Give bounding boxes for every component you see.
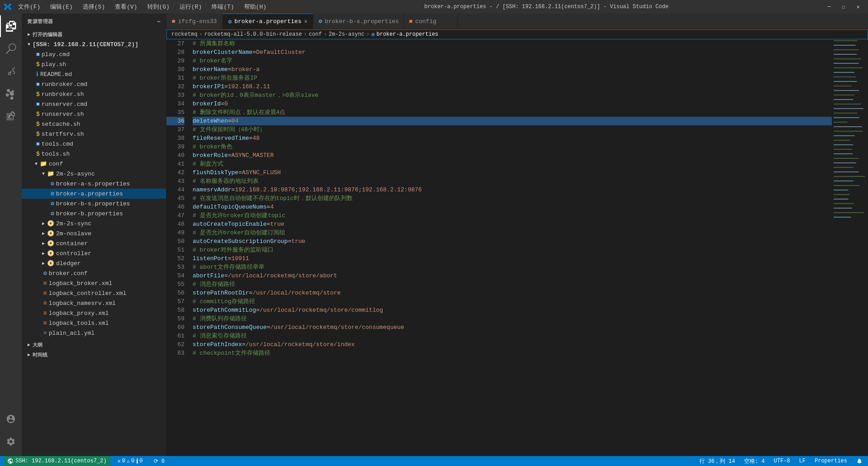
sidebar: 资源管理器 ⋯ ▶ 打开的编辑器 ▼ [SSH: 192.168.2.11(CE…	[22, 14, 166, 456]
sidebar-more-icon[interactable]: ⋯	[157, 19, 160, 24]
breadcrumb-file[interactable]: broker-a.properties	[377, 31, 439, 38]
md-icon: ℹ	[36, 71, 38, 78]
git-activity-icon[interactable]	[0, 61, 22, 82]
menu-edit[interactable]: 编辑(E)	[47, 0, 76, 14]
file-play-cmd[interactable]: ■ play.cmd	[22, 49, 166, 59]
file-tools-cmd[interactable]: ■ tools.cmd	[22, 139, 166, 149]
folder-2m-2s-async[interactable]: ▼ 📁 2m-2s-async	[22, 169, 166, 179]
titlebar: 文件(F) 编辑(E) 选择(S) 查看(V) 转到(G) 运行(R) 终端(T…	[0, 0, 868, 14]
open-editors-section[interactable]: ▶ 打开的编辑器	[22, 29, 166, 39]
menu-goto[interactable]: 转到(G)	[144, 0, 173, 14]
code-line-54: abortFile=/usr/local/rocketmq/store/abor…	[193, 271, 832, 280]
file-logback-controller[interactable]: ≋ logback_controller.xml	[22, 288, 166, 298]
code-line-33: # broker的id，0表示master，>0表示slave	[193, 91, 832, 100]
main-area: 资源管理器 ⋯ ▶ 打开的编辑器 ▼ [SSH: 192.168.2.11(CE…	[0, 14, 868, 456]
tab-ifcfg[interactable]: ■ ifcfg-ens33	[166, 14, 223, 29]
file-runbroker-sh[interactable]: $ runbroker.sh	[22, 89, 166, 99]
folder-controller[interactable]: ▶ 📀 controller	[22, 248, 166, 258]
file-broker-b-s[interactable]: ⚙ broker-b-s.properties	[22, 199, 166, 209]
tab-broker-a[interactable]: ⚙ broker-a.properties ✕	[223, 14, 313, 29]
account-activity-icon[interactable]	[0, 408, 22, 430]
file-runserver-cmd[interactable]: ■ runserver.cmd	[22, 99, 166, 109]
maximize-button[interactable]: ☐	[837, 2, 850, 12]
file-broker-b[interactable]: ⚙ broker-b.properties	[22, 209, 166, 219]
file-tools-sh[interactable]: $ tools.sh	[22, 149, 166, 159]
debug-activity-icon[interactable]	[0, 83, 22, 105]
file-readme[interactable]: ℹ README.md	[22, 69, 166, 79]
tab-config[interactable]: ■ config	[404, 14, 458, 29]
breadcrumb-2m-2s-async[interactable]: 2m-2s-async	[329, 31, 364, 38]
file-play-sh[interactable]: $ play.sh	[22, 59, 166, 69]
file-runserver-sh[interactable]: $ runserver.sh	[22, 109, 166, 119]
file-broker-a-s[interactable]: ⚙ broker-a-s.properties	[22, 179, 166, 189]
code-line-35: # 删除文件时间点，默认在凌晨4点	[193, 108, 832, 117]
menu-select[interactable]: 选择(S)	[79, 0, 108, 14]
file-broker-conf[interactable]: ⚙ broker.conf	[22, 268, 166, 278]
breadcrumb-conf[interactable]: conf	[309, 31, 322, 38]
file-logback-proxy[interactable]: ≋ logback_proxy.xml	[22, 308, 166, 318]
sidebar-content[interactable]: ▶ 打开的编辑器 ▼ [SSH: 192.168.2.11(CENTOS7_2)…	[22, 29, 166, 456]
file-runbroker-cmd[interactable]: ■ runbroker.cmd	[22, 79, 166, 89]
code-line-52: listenPort=10911	[193, 254, 832, 263]
cursor-position[interactable]: 行 36，列 14	[698, 456, 737, 466]
close-button[interactable]: ✕	[852, 2, 864, 12]
code-line-43: # 名称服务器的地址列表	[193, 177, 832, 185]
minimize-button[interactable]: ─	[823, 2, 835, 12]
search-activity-icon[interactable]	[0, 38, 22, 60]
sh3-icon: $	[36, 111, 40, 118]
tab-file-icon-1: ■	[172, 18, 175, 25]
code-editor[interactable]: # 所属集群名称brokerClusterName=DefaultCluster…	[189, 39, 832, 456]
sync-status[interactable]: ⟳ 0	[154, 458, 165, 465]
xml5-icon: ≋	[43, 319, 47, 327]
open-editors-label: 打开的编辑器	[33, 31, 62, 38]
code-line-41: # 刷盘方式	[193, 160, 832, 168]
file-logback-tools[interactable]: ≋ logback_tools.xml	[22, 318, 166, 328]
language-label: Properties	[815, 458, 847, 464]
xml3-icon: ≋	[43, 300, 47, 307]
menu-run[interactable]: 运行(R)	[176, 0, 205, 14]
gear5-icon: ⚙	[43, 270, 47, 277]
breadcrumb-release[interactable]: rocketmq-all-5.0.0-bin-release	[204, 31, 302, 38]
folder-2m-2s-sync[interactable]: ▶ 📀 2m-2s-sync	[22, 219, 166, 228]
remote-indicator[interactable]: SSH: 192.168.2.11(centos7_2)	[4, 456, 110, 466]
cmd3-icon: ■	[36, 101, 40, 108]
folder-conf[interactable]: ▼ 📁 conf	[22, 159, 166, 169]
file-startfsrv-sh[interactable]: $ startfsrv.sh	[22, 129, 166, 139]
extensions-activity-icon[interactable]	[0, 106, 22, 128]
activity-bar-bottom	[0, 408, 22, 456]
outline-section[interactable]: ▶ 大纲	[22, 340, 166, 350]
sh6-icon: $	[36, 151, 40, 157]
line-numbers: 2728293031323334353637383940414243444546…	[166, 39, 189, 456]
file-logback-broker[interactable]: ≋ logback_broker.xml	[22, 278, 166, 288]
breadcrumb-rocketmq[interactable]: rocketmq	[171, 31, 198, 38]
settings-activity-icon[interactable]	[0, 431, 22, 452]
folder-container[interactable]: ▶ 📀 container	[22, 238, 166, 248]
yml-icon: ≡	[43, 330, 47, 337]
language-status[interactable]: Properties	[813, 456, 849, 466]
folder-dledger[interactable]: ▶ 📀 dledger	[22, 258, 166, 268]
file-logback-namesrv[interactable]: ≋ logback_namesrv.xml	[22, 298, 166, 308]
file-plain-acl[interactable]: ≡ plain_acl.yml	[22, 328, 166, 338]
menu-view[interactable]: 查看(V)	[111, 0, 141, 14]
menu-file[interactable]: 文件(F)	[14, 0, 44, 14]
errors-status[interactable]: ✕ 0 ⚠ 0 ℹ 0	[116, 456, 145, 466]
timeline-section[interactable]: ▶ 时间线	[22, 350, 166, 360]
notification-bell[interactable]	[854, 456, 864, 466]
file-setcache-sh[interactable]: $ setcache.sh	[22, 119, 166, 129]
file-broker-a[interactable]: ⚙ broker-a.properties	[22, 189, 166, 199]
encoding-status[interactable]: UTF-8	[772, 456, 792, 466]
timeline-chevron: ▶	[25, 352, 33, 357]
explorer-activity-icon[interactable]	[0, 15, 22, 37]
xml4-icon: ≋	[43, 309, 47, 317]
tab-broker-b-s[interactable]: ⚙ broker-b-s.properties	[313, 14, 404, 29]
menu-help[interactable]: 帮助(H)	[241, 0, 270, 14]
eol-status[interactable]: LF	[797, 456, 807, 466]
folder-2m-noslave[interactable]: ▶ 📀 2m-noslave	[22, 228, 166, 238]
tab-close-broker-a[interactable]: ✕	[304, 18, 307, 25]
menu-terminal[interactable]: 终端(T)	[208, 0, 237, 14]
tab-label-broker-a: broker-a.properties	[234, 18, 301, 25]
root-folder[interactable]: ▼ [SSH: 192.168.2.11(CENTOS7_2)]	[22, 39, 166, 49]
gear4-icon: ⚙	[51, 210, 54, 217]
tab-label-config: config	[415, 18, 436, 25]
indentation-status[interactable]: 空格: 4	[742, 456, 767, 466]
